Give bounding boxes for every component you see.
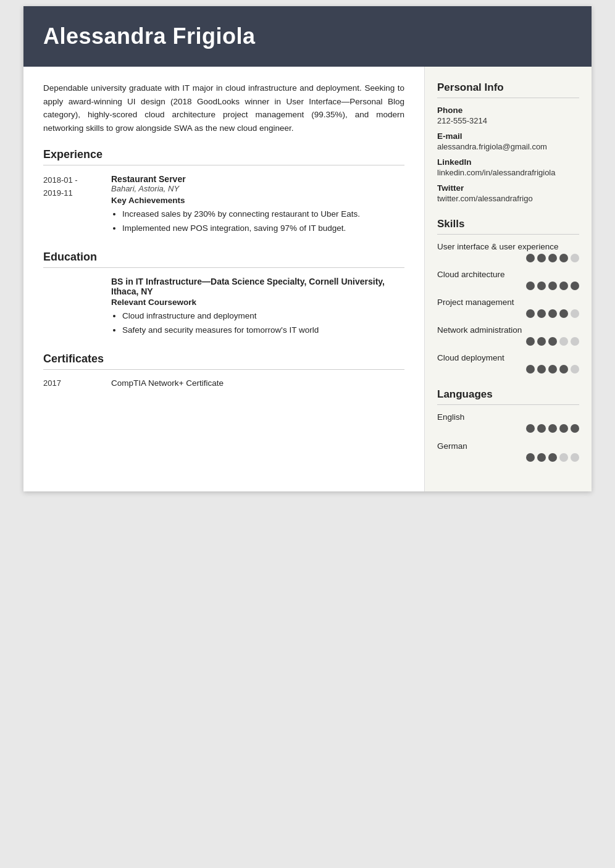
- language-row: English: [437, 412, 579, 433]
- skills-list: User interface & user experienceCloud ar…: [437, 242, 579, 373]
- skill-dot: [559, 254, 568, 262]
- skill-row: User interface & user experience: [437, 242, 579, 262]
- skill-dot: [571, 337, 579, 346]
- degree-title: BS in IT Infrastructure—Data Science Spe…: [111, 277, 404, 296]
- experience-section: Experience 2018-01 - 2019-11 Restaurant …: [43, 148, 404, 236]
- date-end: 2019-11: [43, 187, 111, 200]
- email-value: alessandra.frigiola@gmail.com: [437, 142, 579, 151]
- education-divider: [43, 267, 404, 268]
- achievements-label: Key Achievements: [111, 196, 404, 205]
- skill-dot: [526, 282, 535, 290]
- skill-name: Cloud architecture: [437, 270, 579, 279]
- language-dots: [437, 424, 579, 433]
- skill-dot: [571, 365, 579, 373]
- education-title: Education: [43, 251, 404, 264]
- skill-row: Project management: [437, 298, 579, 318]
- skill-dot: [548, 254, 557, 262]
- date-start: 2018-01 -: [43, 174, 111, 187]
- skill-row: Cloud deployment: [437, 353, 579, 373]
- skill-dot: [548, 337, 557, 346]
- skills-section: Skills User interface & user experienceC…: [437, 218, 579, 373]
- language-dot: [548, 453, 557, 462]
- language-dot: [571, 453, 579, 462]
- language-dot: [526, 453, 535, 462]
- skill-dot: [559, 282, 568, 290]
- education-section: Education BS in IT Infrastructure—Data S…: [43, 251, 404, 338]
- twitter-label: Twitter: [437, 183, 579, 193]
- achievements-list: Increased sales by 230% by connecting re…: [111, 207, 404, 236]
- coursework-item: Safety and security measures for tomorro…: [122, 323, 404, 338]
- language-name: German: [437, 441, 579, 451]
- phone-label: Phone: [437, 106, 579, 115]
- main-content: Dependable university graduate with IT m…: [23, 67, 425, 491]
- twitter-value: twitter.com/alessandrafrigo: [437, 194, 579, 203]
- experience-item: 2018-01 - 2019-11 Restaurant Server Baha…: [43, 174, 404, 236]
- personal-info-divider: [437, 98, 579, 98]
- resume-container: Alessandra Frigiola Dependable universit…: [23, 6, 592, 491]
- experience-details: Restaurant Server Bahari, Astoria, NY Ke…: [111, 174, 404, 236]
- job-location: Bahari, Astoria, NY: [111, 184, 404, 193]
- bullet-item: Implemented new POS integration, saving …: [122, 222, 404, 236]
- skill-dot: [548, 365, 557, 373]
- skill-dot: [526, 254, 535, 262]
- skills-divider: [437, 234, 579, 235]
- skill-dot: [537, 309, 546, 318]
- language-dot: [537, 424, 546, 433]
- sidebar: Personal Info Phone 212-555-3214 E-mail …: [425, 67, 592, 491]
- skill-name: Cloud deployment: [437, 353, 579, 362]
- certificates-title: Certificates: [43, 353, 404, 365]
- language-dot: [571, 424, 579, 433]
- skill-dot: [537, 365, 546, 373]
- skill-dots: [437, 365, 579, 373]
- language-name: English: [437, 412, 579, 422]
- skill-dot: [571, 254, 579, 262]
- email-label: E-mail: [437, 131, 579, 141]
- skill-dot: [559, 309, 568, 318]
- phone-value: 212-555-3214: [437, 116, 579, 125]
- coursework-label: Relevant Coursework: [111, 298, 404, 307]
- linkedin-label: LinkedIn: [437, 157, 579, 167]
- personal-info-section: Personal Info Phone 212-555-3214 E-mail …: [437, 81, 579, 203]
- skill-name: Project management: [437, 298, 579, 307]
- languages-divider: [437, 404, 579, 405]
- skills-title: Skills: [437, 218, 579, 230]
- candidate-name: Alessandra Frigiola: [43, 23, 572, 49]
- language-dot: [537, 453, 546, 462]
- skill-dot: [548, 309, 557, 318]
- experience-dates: 2018-01 - 2019-11: [43, 174, 111, 236]
- summary-text: Dependable university graduate with IT m…: [43, 81, 404, 135]
- languages-title: Languages: [437, 388, 579, 401]
- coursework-list: Cloud infrastructure and deployment Safe…: [111, 309, 404, 338]
- skill-dot: [526, 337, 535, 346]
- skill-dot: [559, 365, 568, 373]
- certificate-item: 2017 CompTIA Network+ Certificate: [43, 378, 404, 388]
- resume-body: Dependable university graduate with IT m…: [23, 67, 592, 491]
- bullet-item: Increased sales by 230% by connecting re…: [122, 207, 404, 222]
- personal-info-title: Personal Info: [437, 81, 579, 94]
- skill-dots: [437, 309, 579, 318]
- coursework-item: Cloud infrastructure and deployment: [122, 309, 404, 323]
- cert-year: 2017: [43, 378, 111, 388]
- linkedin-value: linkedin.com/in/alessandrafrigiola: [437, 168, 579, 177]
- skill-name: Network administration: [437, 325, 579, 335]
- education-date-col: [43, 277, 111, 338]
- experience-title: Experience: [43, 148, 404, 161]
- education-details: BS in IT Infrastructure—Data Science Spe…: [111, 277, 404, 338]
- skill-dots: [437, 337, 579, 346]
- skill-dot: [559, 337, 568, 346]
- skill-dot: [537, 337, 546, 346]
- languages-list: EnglishGerman: [437, 412, 579, 462]
- skill-row: Cloud architecture: [437, 270, 579, 290]
- job-title: Restaurant Server: [111, 174, 404, 184]
- language-dot: [559, 453, 568, 462]
- resume-header: Alessandra Frigiola: [23, 6, 592, 67]
- language-dots: [437, 453, 579, 462]
- language-dot: [526, 424, 535, 433]
- certificates-section: Certificates 2017 CompTIA Network+ Certi…: [43, 353, 404, 388]
- skill-dot: [571, 282, 579, 290]
- skill-dot: [526, 309, 535, 318]
- skill-dot: [526, 365, 535, 373]
- education-item: BS in IT Infrastructure—Data Science Spe…: [43, 277, 404, 338]
- experience-divider: [43, 165, 404, 165]
- language-dot: [559, 424, 568, 433]
